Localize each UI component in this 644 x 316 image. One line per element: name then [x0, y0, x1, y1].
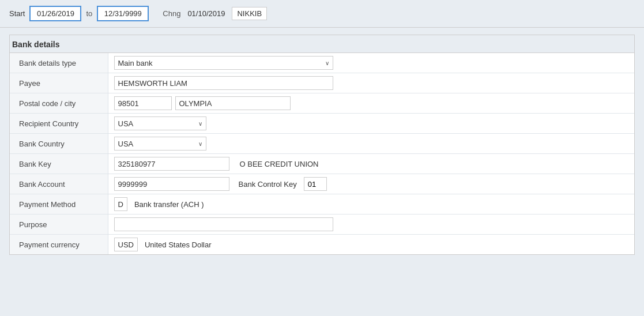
- purpose-row: Purpose: [10, 215, 634, 235]
- chevron-down-icon: ∨: [198, 121, 202, 127]
- currency-desc: United States Dollar: [145, 240, 212, 249]
- start-label: Start: [9, 9, 25, 18]
- bank-account-group: Bank Control Key: [114, 177, 629, 191]
- recipient-country-label: Recipient Country: [10, 114, 108, 134]
- payee-row: Payee: [10, 73, 634, 93]
- city-input[interactable]: [175, 96, 291, 110]
- postal-code-city-label: Postal code / city: [10, 93, 108, 114]
- bank-details-type-label: Bank details type: [10, 53, 108, 73]
- currency-code[interactable]: USD: [114, 238, 138, 251]
- payment-currency-label: Payment currency: [10, 235, 108, 255]
- bank-key-row: Bank Key O BEE CREDIT UNION: [10, 154, 634, 174]
- bank-details-type-select[interactable]: Main bank ∨: [114, 56, 333, 70]
- bank-details-type-value: Main bank ∨: [108, 53, 634, 73]
- payment-method-desc: Bank transfer (ACH ): [134, 200, 204, 209]
- postal-code-city-value: [108, 93, 634, 114]
- payment-currency-row: Payment currency USD United States Dolla…: [10, 235, 634, 255]
- bank-country-label: Bank Country: [10, 134, 108, 154]
- bank-control-key-input[interactable]: [304, 177, 327, 191]
- bank-account-input[interactable]: [114, 177, 229, 191]
- purpose-input[interactable]: [114, 217, 333, 231]
- payment-method-label: Payment Method: [10, 194, 108, 215]
- payment-currency-group: USD United States Dollar: [114, 238, 629, 251]
- postal-city-group: [114, 96, 629, 110]
- payment-method-row: Payment Method D Bank transfer (ACH ): [10, 194, 634, 215]
- form-table: Bank details type Main bank ∨ Payee Post…: [10, 53, 634, 254]
- purpose-label: Purpose: [10, 215, 108, 235]
- recipient-country-value: USA ∨: [108, 114, 634, 134]
- bank-account-label: Bank Account: [10, 174, 108, 194]
- start-date-field[interactable]: 01/26/2019: [29, 6, 81, 21]
- recipient-country-text: USA: [118, 119, 134, 128]
- bank-key-input[interactable]: [114, 157, 229, 171]
- postal-code-input[interactable]: [114, 96, 172, 110]
- payment-method-group: D Bank transfer (ACH ): [114, 197, 629, 211]
- payee-input[interactable]: [114, 76, 333, 90]
- payment-method-code[interactable]: D: [114, 197, 127, 211]
- bank-details-section: Bank details Bank details type Main bank…: [9, 35, 635, 255]
- bank-account-row: Bank Account Bank Control Key: [10, 174, 634, 194]
- chevron-down-icon: ∨: [325, 60, 329, 66]
- bank-name-text: O BEE CREDIT UNION: [240, 160, 319, 168]
- section-title: Bank details: [10, 35, 634, 53]
- purpose-value: [108, 215, 634, 235]
- payment-method-value: D Bank transfer (ACH ): [108, 194, 634, 215]
- top-bar: Start 01/26/2019 to 12/31/9999 Chng 01/1…: [0, 0, 644, 28]
- chng-user: NIKKIB: [232, 7, 267, 20]
- bank-key-value: O BEE CREDIT UNION: [108, 154, 634, 174]
- payee-label: Payee: [10, 73, 108, 93]
- to-separator: to: [86, 9, 92, 18]
- bank-country-row: Bank Country USA ∨: [10, 134, 634, 154]
- postal-code-city-row: Postal code / city: [10, 93, 634, 114]
- bank-country-value: USA ∨: [108, 134, 634, 154]
- recipient-country-select[interactable]: USA ∨: [114, 116, 206, 130]
- chng-label: Chng: [163, 9, 180, 18]
- payee-value: [108, 73, 634, 93]
- chng-date: 01/10/2019: [185, 8, 227, 19]
- chevron-down-icon: ∨: [198, 141, 202, 147]
- bank-details-type-row: Bank details type Main bank ∨: [10, 53, 634, 73]
- bank-control-key-label: Bank Control Key: [239, 180, 297, 189]
- bank-key-label: Bank Key: [10, 154, 108, 174]
- bank-details-type-text: Main bank: [118, 59, 153, 67]
- payment-currency-value: USD United States Dollar: [108, 235, 634, 255]
- recipient-country-row: Recipient Country USA ∨: [10, 114, 634, 134]
- bank-key-group: O BEE CREDIT UNION: [114, 157, 629, 171]
- end-date-field[interactable]: 12/31/9999: [97, 6, 149, 21]
- bank-account-value: Bank Control Key: [108, 174, 634, 194]
- bank-country-text: USA: [118, 140, 134, 148]
- bank-country-select[interactable]: USA ∨: [114, 137, 206, 151]
